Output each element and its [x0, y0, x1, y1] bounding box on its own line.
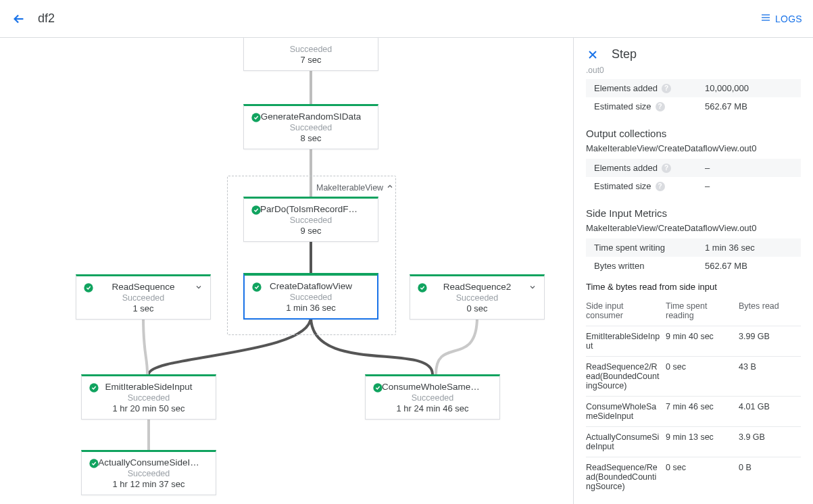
top-bar: df2 LOGS	[0, 0, 813, 38]
node-status: Succeeded	[372, 393, 493, 403]
check-icon	[89, 382, 99, 393]
chevron-up-icon	[386, 182, 394, 193]
svg-point-8	[89, 383, 98, 392]
step-node-read-sequence2[interactable]: ReadSequence2 Succeeded 0 sec	[410, 274, 545, 320]
node-name: ConsumeWholeSameSi…	[382, 382, 483, 392]
table-row: ActuallyConsumeSideInput 9 min 13 sec 3.…	[586, 426, 801, 457]
output-name: MakeIterableView/CreateDataflowView.out0	[586, 143, 801, 153]
node-status: Succeeded	[251, 293, 370, 302]
panel-title: Step	[612, 47, 637, 61]
node-name: GenerateRandomSIData	[261, 111, 362, 122]
node-status: Succeeded	[417, 293, 537, 303]
si-read-table: Side input consumer Time spent reading B…	[586, 296, 801, 497]
node-status: Succeeded	[89, 393, 209, 403]
svg-rect-2	[762, 20, 770, 20]
side-input-metrics-title: Side Input Metrics	[586, 207, 801, 219]
output-metrics: Elements added? – Estimated size? –	[586, 159, 801, 195]
node-name: ParDo(ToIsmRecordFor…	[260, 204, 362, 214]
table-row: EmitIterableSideInput 9 min 40 sec 3.99 …	[586, 326, 801, 356]
check-icon	[251, 112, 262, 123]
close-icon[interactable]	[586, 48, 599, 61]
step-node-actually-consume[interactable]: ActuallyConsumeSideI… Succeeded 1 hr 12 …	[81, 450, 216, 495]
graph-area[interactable]: _ Succeeded 7 sec GenerateRandomSIData S…	[0, 38, 574, 504]
step-node-create-dataflow-view[interactable]: CreateDataflowView Succeeded 1 min 36 se…	[243, 273, 378, 320]
table-row: ReadSequence/Read(BoundedCountingSource)…	[586, 457, 801, 497]
metric-row: Estimated size? 562.67 MB	[586, 97, 801, 116]
help-icon[interactable]: ?	[662, 84, 671, 93]
svg-rect-0	[762, 14, 770, 15]
check-icon	[83, 282, 94, 293]
node-time: 0 sec	[417, 303, 537, 313]
check-icon	[251, 282, 262, 293]
side-input-metrics: Time spent writing 1 min 36 sec Bytes wr…	[586, 238, 801, 275]
step-node-top[interactable]: _ Succeeded 7 sec	[243, 38, 378, 71]
metric-row: Elements added? –	[586, 159, 801, 177]
node-status: Succeeded	[89, 469, 209, 478]
metric-row: Bytes written 562.67 MB	[586, 257, 801, 275]
step-node-pardo[interactable]: ParDo(ToIsmRecordFor… Succeeded 9 sec	[243, 197, 378, 242]
svg-point-9	[373, 383, 382, 392]
check-icon	[417, 282, 428, 293]
output-collections-title: Output collections	[586, 128, 801, 139]
node-name: CreateDataflowView	[270, 281, 352, 291]
side-input-name: MakeIterableView/CreateDataflowView.out0	[586, 223, 801, 233]
metric-row: Elements added? 10,000,000	[586, 79, 801, 97]
svg-point-3	[251, 113, 260, 122]
metric-row: Time spent writing 1 min 36 sec	[586, 238, 801, 257]
back-arrow-icon[interactable]	[11, 11, 27, 27]
node-name: EmitIterableSideInput	[105, 382, 192, 392]
svg-point-4	[251, 205, 260, 214]
check-icon	[372, 382, 383, 393]
svg-point-10	[89, 459, 98, 468]
group-label[interactable]: MakeIterableView	[316, 182, 394, 193]
step-node-read-sequence[interactable]: ReadSequence Succeeded 1 sec	[76, 274, 211, 320]
svg-rect-1	[762, 17, 770, 18]
logs-button[interactable]: LOGS	[760, 12, 802, 25]
node-time: 1 hr 12 min 37 sec	[89, 479, 209, 489]
node-status: Succeeded	[251, 45, 371, 54]
node-time: 9 sec	[251, 226, 371, 236]
node-time: 1 min 36 sec	[251, 303, 370, 313]
help-icon[interactable]: ?	[662, 163, 671, 173]
side-panel: Step .out0 Elements added? 10,000,000 Es…	[574, 38, 813, 504]
node-name: ReadSequence2	[443, 282, 512, 292]
node-name: ReadSequence	[112, 282, 174, 292]
outo-text: .out0	[586, 66, 801, 75]
si-read-title: Time & bytes read from side input	[586, 282, 801, 292]
node-time: 1 hr 24 min 46 sec	[372, 403, 493, 413]
chevron-down-icon[interactable]	[528, 283, 537, 293]
svg-point-6	[84, 283, 93, 292]
svg-point-5	[252, 282, 261, 291]
chevron-down-icon[interactable]	[194, 283, 203, 293]
node-status: Succeeded	[251, 216, 371, 225]
check-icon	[251, 205, 262, 216]
help-icon[interactable]: ?	[656, 102, 665, 111]
check-icon	[89, 458, 99, 469]
table-row: ConsumeWholeSameSideInput 7 min 46 sec 4…	[586, 396, 801, 426]
node-time: 8 sec	[251, 133, 371, 143]
step-node-consume-whole[interactable]: ConsumeWholeSameSi… Succeeded 1 hr 24 mi…	[365, 374, 500, 420]
svg-point-7	[418, 283, 426, 292]
input-metrics: Elements added? 10,000,000 Estimated siz…	[586, 79, 801, 116]
main-area: _ Succeeded 7 sec GenerateRandomSIData S…	[0, 38, 813, 504]
node-time: 1 hr 20 min 50 sec	[89, 403, 209, 413]
job-title: df2	[38, 11, 749, 26]
node-status: Succeeded	[83, 293, 203, 303]
node-status: Succeeded	[251, 123, 371, 132]
graph-canvas: _ Succeeded 7 sec GenerateRandomSIData S…	[0, 38, 573, 504]
step-node-emit-iterable[interactable]: EmitIterableSideInput Succeeded 1 hr 20 …	[81, 374, 216, 420]
node-name: ActuallyConsumeSideI…	[98, 457, 199, 468]
table-row: ReadSequence2/Read(BoundedCountingSource…	[586, 356, 801, 396]
logs-icon	[760, 12, 771, 25]
node-time: 7 sec	[251, 55, 371, 65]
help-icon[interactable]: ?	[656, 182, 665, 191]
metric-row: Estimated size? –	[586, 177, 801, 195]
logs-label: LOGS	[775, 14, 802, 24]
node-time: 1 sec	[83, 303, 203, 313]
step-node-generate-random[interactable]: GenerateRandomSIData Succeeded 8 sec	[243, 104, 378, 149]
